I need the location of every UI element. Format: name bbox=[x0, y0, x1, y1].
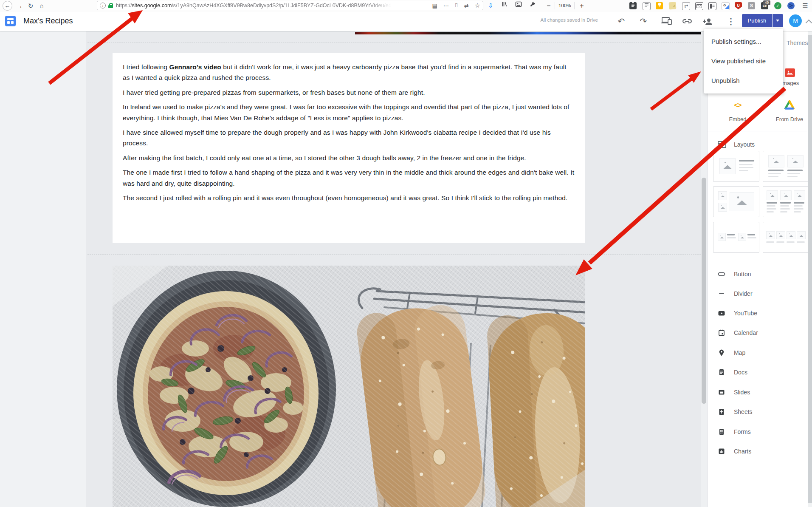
menu-hamburger-icon[interactable]: ☰ bbox=[800, 0, 810, 11]
mail-extension-icon[interactable] bbox=[695, 2, 703, 10]
globe-extension-icon[interactable] bbox=[787, 2, 795, 9]
keep-extension-icon[interactable] bbox=[656, 2, 663, 9]
layout-option-5[interactable] bbox=[713, 222, 759, 253]
embed-label: Embed bbox=[724, 116, 752, 122]
tab-themes[interactable]: Themes bbox=[787, 40, 808, 46]
canvas-scrollbar-thumb[interactable] bbox=[702, 178, 706, 404]
insert-item-sheets[interactable]: Sheets bbox=[708, 403, 807, 420]
site-info-icon[interactable]: i bbox=[100, 3, 106, 8]
ublock-extension-icon[interactable]: U bbox=[735, 2, 742, 9]
from-drive-label: From Drive bbox=[773, 116, 806, 122]
downloads-button[interactable]: ⇩ bbox=[485, 0, 496, 11]
back-button[interactable]: ← bbox=[3, 1, 12, 11]
paragraph: I tried following Gennaro's video but it… bbox=[123, 62, 575, 83]
collapse-chevron-icon[interactable] bbox=[806, 20, 812, 26]
page-left-margin bbox=[0, 31, 86, 507]
menu-item-view-published-site[interactable]: View published site bbox=[704, 51, 783, 71]
drive-icon bbox=[784, 100, 795, 110]
zoom-out-button[interactable]: − bbox=[544, 0, 554, 11]
insert-sidebar: Themes Images <> Embed From Drive bbox=[707, 31, 812, 507]
layout-option-4[interactable] bbox=[763, 186, 809, 217]
library-button[interactable] bbox=[499, 0, 510, 11]
layouts-label: Layouts bbox=[734, 141, 755, 148]
section-divider-bottom bbox=[87, 254, 703, 255]
sidebar-scrollbar-track[interactable] bbox=[808, 31, 812, 507]
charts-icon bbox=[718, 448, 725, 455]
layouts-icon bbox=[718, 141, 726, 148]
insert-item-charts[interactable]: Charts bbox=[708, 443, 807, 460]
text-section[interactable]: I tried following Gennaro's video but it… bbox=[113, 53, 585, 243]
divider-icon bbox=[718, 290, 725, 297]
paragraph: In Ireland we used to make pizza's and t… bbox=[123, 102, 575, 123]
share-add-people-icon[interactable] bbox=[702, 17, 714, 29]
stylus-extension-icon[interactable]: S bbox=[748, 2, 755, 9]
insert-item-docs[interactable]: Docs bbox=[708, 364, 807, 381]
redo-icon[interactable]: ↷ bbox=[637, 15, 650, 28]
check-extension-icon[interactable]: ✓ bbox=[774, 2, 781, 9]
insert-item-button[interactable]: Button bbox=[708, 266, 807, 283]
notes-extension-icon[interactable] bbox=[643, 2, 651, 10]
bookmark-star-icon[interactable]: ☆ bbox=[475, 2, 480, 9]
images-icon bbox=[785, 68, 795, 77]
shortlink-extension-icon[interactable]: ⇄ bbox=[682, 2, 690, 10]
tools-wrench-button[interactable] bbox=[527, 0, 538, 11]
pocket-icon[interactable]: ⌷ bbox=[455, 2, 458, 9]
menu-item-unpublish[interactable]: Unpublish bbox=[704, 71, 783, 91]
insert-item-calendar[interactable]: Calendar bbox=[708, 324, 807, 341]
google-sites-logo-icon[interactable] bbox=[5, 16, 16, 26]
calendar-icon bbox=[718, 329, 725, 337]
sidebar-divider bbox=[708, 131, 807, 131]
recipe-photo-image[interactable] bbox=[113, 266, 585, 507]
translate-extension-icon[interactable]: G bbox=[722, 2, 730, 10]
page-actions-icon[interactable]: ⋯ bbox=[443, 3, 449, 9]
gennaro-video-link[interactable]: Gennaro's video bbox=[169, 63, 221, 71]
sticky-note-extension-icon[interactable] bbox=[669, 2, 677, 10]
embed-icon: <> bbox=[731, 102, 744, 109]
paragraph: The second I just rolled with a rolling … bbox=[123, 193, 575, 203]
banner-image-edge bbox=[355, 32, 704, 34]
layout-option-2[interactable] bbox=[763, 151, 809, 182]
insert-item-youtube[interactable]: YouTube bbox=[708, 305, 807, 322]
address-bar[interactable]: i https://sites.google.com/s/1yA9hQawAzH… bbox=[97, 1, 483, 10]
preview-devices-icon[interactable] bbox=[660, 16, 673, 29]
publish-dropdown-menu: Publish settings... View published site … bbox=[704, 29, 783, 93]
paragraph: After making the first batch, I could on… bbox=[123, 153, 575, 163]
insert-item-slides[interactable]: Slides bbox=[708, 384, 807, 401]
paragraph: I have since allowed myself time to prep… bbox=[123, 127, 575, 149]
browser-toolbar: ← → ↻ ⌂ i https://sites.google.com/s/1yA… bbox=[0, 0, 812, 12]
more-options-kebab-icon[interactable]: ⋮ bbox=[725, 15, 737, 28]
layout-option-1[interactable] bbox=[713, 151, 759, 182]
publish-dropdown-arrow[interactable] bbox=[773, 14, 783, 27]
sheets-icon bbox=[718, 408, 725, 416]
home-button[interactable]: ⌂ bbox=[37, 0, 47, 11]
copy-link-icon[interactable] bbox=[681, 17, 694, 29]
undo-icon[interactable]: ↶ bbox=[615, 15, 628, 28]
account-avatar[interactable]: M bbox=[789, 14, 802, 27]
site-title[interactable]: Max's Recipes bbox=[23, 17, 73, 25]
svg-text:G: G bbox=[723, 3, 726, 7]
screenshot-button[interactable] bbox=[513, 0, 524, 11]
container-icon[interactable]: ⇄ bbox=[464, 3, 469, 9]
reload-button[interactable]: ↻ bbox=[25, 0, 36, 11]
insert-item-divider[interactable]: Divider bbox=[708, 285, 807, 302]
insert-item-map[interactable]: Map bbox=[708, 344, 807, 361]
site-canvas: I tried following Gennaro's video but it… bbox=[86, 31, 704, 507]
insert-item-forms[interactable]: Forms bbox=[708, 423, 807, 440]
sidebar-scrollbar-thumb[interactable] bbox=[808, 35, 812, 503]
publish-button[interactable]: Publish bbox=[742, 14, 772, 27]
forms-icon bbox=[718, 428, 725, 436]
side-panel-extension-icon[interactable] bbox=[708, 2, 716, 10]
menu-item-publish-settings[interactable]: Publish settings... bbox=[704, 32, 783, 51]
clipboard-extension-icon[interactable] bbox=[629, 2, 637, 9]
layout-option-6[interactable] bbox=[763, 222, 809, 253]
youtube-icon bbox=[718, 309, 725, 317]
layout-option-3[interactable] bbox=[713, 186, 759, 217]
lock-icon bbox=[108, 3, 113, 8]
zoom-level[interactable]: 100% bbox=[558, 0, 571, 11]
reader-mode-icon[interactable]: ▤ bbox=[432, 3, 437, 9]
screenshot-root: ← → ↻ ⌂ i https://sites.google.com/s/1yA… bbox=[0, 0, 812, 507]
button-icon bbox=[718, 270, 725, 278]
url-text: https://sites.google.com/s/1yA9hQawAzH4X… bbox=[116, 3, 391, 8]
zoom-in-button[interactable]: + bbox=[577, 0, 587, 11]
forward-button[interactable]: → bbox=[14, 0, 25, 11]
